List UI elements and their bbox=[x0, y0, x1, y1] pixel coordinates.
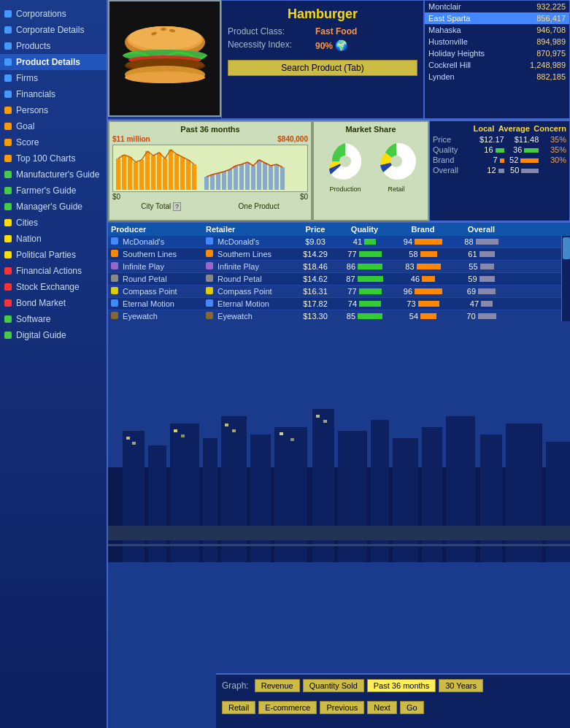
sidebar-item-top-100-charts[interactable]: Top 100 Charts bbox=[0, 150, 107, 166]
necessity-value: 90% 🌍 bbox=[315, 39, 347, 51]
city-total-help[interactable]: ? bbox=[173, 202, 181, 211]
sidebar-item-firms[interactable]: Firms bbox=[0, 70, 107, 86]
svg-rect-13 bbox=[122, 155, 126, 190]
main-content: Hamburger Product Class: Fast Food Neces… bbox=[108, 0, 570, 728]
ecommerce-button[interactable]: E-commerce bbox=[258, 701, 317, 714]
sidebar-item-political-parties[interactable]: Political Parties bbox=[0, 247, 107, 263]
necessity-label: Necessity Index: bbox=[228, 39, 315, 51]
table-header: Producer Retailer Price Quality Brand Ov… bbox=[108, 223, 570, 236]
table-row[interactable]: Infinite Play Infinite Play $18.46 86 83… bbox=[108, 261, 570, 273]
svg-rect-39 bbox=[280, 167, 285, 190]
price-cell: $9.03 bbox=[293, 237, 337, 246]
product-info: Hamburger Product Class: Fast Food Neces… bbox=[221, 0, 424, 119]
go-button[interactable]: Go bbox=[400, 701, 424, 714]
svg-point-11 bbox=[125, 72, 205, 83]
sidebar-item-manager's-guide[interactable]: Manager's Guide bbox=[0, 199, 107, 215]
city-population: 946,708 bbox=[536, 26, 566, 34]
svg-rect-66 bbox=[280, 432, 283, 435]
sidebar-item-financial-actions[interactable]: Financial Actions bbox=[0, 263, 107, 279]
price-cell: $14.62 bbox=[293, 275, 337, 283]
svg-point-41 bbox=[390, 156, 402, 167]
price-cell: $13.30 bbox=[293, 312, 337, 321]
city-total-bars bbox=[115, 144, 202, 190]
city-population: 932,225 bbox=[536, 2, 566, 11]
brand-cell: 96 bbox=[392, 287, 454, 296]
quality-cell: 86 bbox=[337, 262, 392, 271]
col-brand-header: Brand bbox=[392, 225, 454, 234]
city-row[interactable]: Hustonville894,989 bbox=[425, 36, 569, 47]
sidebar-dot-icon bbox=[4, 332, 12, 339]
quantity-sold-button[interactable]: Quantity Sold bbox=[303, 679, 364, 692]
sidebar-item-label: Stock Exchange bbox=[16, 282, 80, 292]
past-36-months-button[interactable]: Past 36 months bbox=[367, 679, 436, 692]
stats-price-row: Price $12.17 $11.48 35% bbox=[433, 135, 566, 144]
table-row[interactable]: Southern Lines Southern Lines $14.29 77 … bbox=[108, 248, 570, 261]
sidebar-item-cities[interactable]: Cities bbox=[0, 215, 107, 231]
sidebar-item-nation[interactable]: Nation bbox=[0, 231, 107, 247]
table-row[interactable]: Compass Point Compass Point $16.31 77 96… bbox=[108, 286, 570, 298]
city-total-label: City Total ? bbox=[141, 202, 181, 210]
search-product-button[interactable]: Search Product (Tab) bbox=[228, 60, 417, 76]
retailer-cell: Infinite Play bbox=[206, 262, 293, 271]
producer-cell: Eternal Motion bbox=[111, 299, 206, 308]
sidebar-dot-icon bbox=[4, 219, 12, 226]
stats-quality-row: Quality 16 36 35% bbox=[433, 145, 566, 154]
next-button[interactable]: Next bbox=[367, 701, 397, 714]
retailer-cell: Compass Point bbox=[206, 287, 293, 296]
city-row[interactable]: Mahaska946,708 bbox=[425, 24, 569, 36]
30-years-button[interactable]: 30 Years bbox=[439, 679, 483, 692]
city-row[interactable]: Cockrell Hill1,248,989 bbox=[425, 59, 569, 71]
sidebar-item-manufacturer's-guide[interactable]: Manufacturer's Guide bbox=[0, 166, 107, 183]
overall-cell: 70 bbox=[454, 312, 509, 321]
city-row[interactable]: Lynden882,185 bbox=[425, 71, 569, 83]
city-row[interactable]: Holiday Heights870,975 bbox=[425, 47, 569, 59]
overall-cell: 47 bbox=[454, 299, 509, 308]
city-row[interactable]: East Sparta856,417 bbox=[425, 12, 569, 24]
retail-pie bbox=[374, 139, 418, 183]
sidebar-item-product-details[interactable]: Product Details bbox=[0, 54, 107, 70]
class-label: Product Class: bbox=[228, 26, 315, 37]
col-overall-header: Overall bbox=[454, 225, 509, 234]
graph-row: Graph: Revenue Quantity Sold Past 36 mon… bbox=[216, 675, 570, 697]
city-list: Montclair932,225East Sparta856,417Mahask… bbox=[424, 0, 570, 119]
city-name: Hustonville bbox=[428, 37, 536, 46]
retail-button[interactable]: Retail bbox=[222, 701, 255, 714]
sidebar-item-software[interactable]: Software bbox=[0, 311, 107, 327]
svg-rect-16 bbox=[139, 160, 144, 190]
svg-rect-50 bbox=[274, 427, 307, 562]
svg-rect-19 bbox=[157, 153, 161, 190]
svg-rect-57 bbox=[480, 434, 502, 562]
previous-button[interactable]: Previous bbox=[320, 701, 364, 714]
sidebar-item-goal[interactable]: Goal bbox=[0, 118, 107, 134]
table-row[interactable]: McDonald's McDonald's $9.03 41 94 88 bbox=[108, 236, 570, 248]
sidebar-dot-icon bbox=[4, 283, 12, 291]
product-title: Hamburger bbox=[228, 7, 417, 22]
overall-cell: 61 bbox=[454, 250, 509, 258]
svg-rect-18 bbox=[151, 156, 155, 190]
price-cell: $18.46 bbox=[293, 262, 337, 271]
brand-cell: 94 bbox=[392, 237, 454, 246]
sidebar-item-persons[interactable]: Persons bbox=[0, 102, 107, 118]
sidebar-dot-icon bbox=[4, 235, 12, 242]
svg-point-40 bbox=[339, 156, 351, 167]
sidebar-dot-icon bbox=[4, 203, 12, 210]
svg-rect-55 bbox=[422, 427, 442, 562]
svg-rect-17 bbox=[145, 151, 150, 190]
sidebar-item-score[interactable]: Score bbox=[0, 134, 107, 150]
sidebar-item-farmer's-guide[interactable]: Farmer's Guide bbox=[0, 183, 107, 199]
sidebar-item-corporations[interactable]: Corporations bbox=[0, 6, 107, 22]
sidebar-item-financials[interactable]: Financials bbox=[0, 86, 107, 102]
sidebar-item-stock-exchange[interactable]: Stock Exchange bbox=[0, 279, 107, 295]
sidebar-dot-icon bbox=[4, 42, 12, 50]
price-cell: $14.29 bbox=[293, 250, 337, 258]
sidebar-item-label: Financial Actions bbox=[16, 266, 82, 276]
sidebar-item-products[interactable]: Products bbox=[0, 38, 107, 54]
sidebar-item-corporate-details[interactable]: Corporate Details bbox=[0, 22, 107, 38]
sidebar-item-digital-guide[interactable]: Digital Guide bbox=[0, 327, 107, 343]
city-row[interactable]: Montclair932,225 bbox=[425, 1, 569, 12]
production-label: Production bbox=[323, 185, 367, 193]
revenue-button[interactable]: Revenue bbox=[255, 679, 300, 692]
table-row[interactable]: Eternal Motion Eternal Motion $17.82 74 … bbox=[108, 298, 570, 310]
table-row[interactable]: Round Petal Round Petal $14.62 87 46 59 bbox=[108, 273, 570, 286]
sidebar-item-bond-market[interactable]: Bond Market bbox=[0, 295, 107, 311]
